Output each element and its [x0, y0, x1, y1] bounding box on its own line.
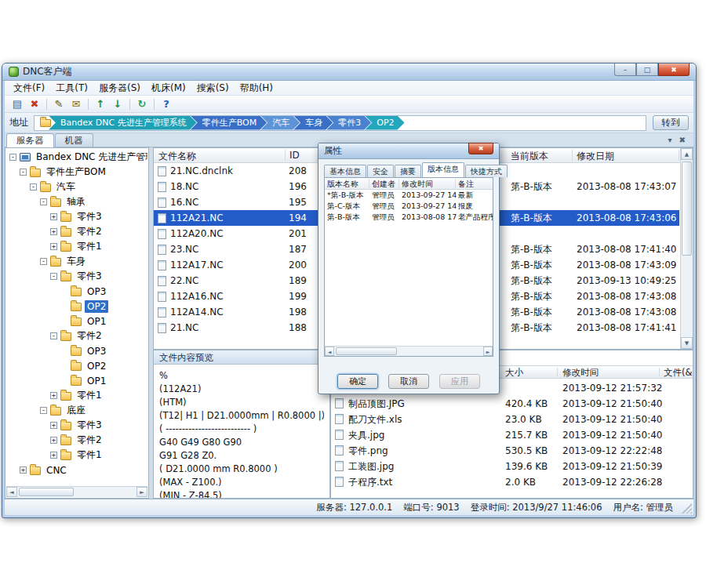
tree-node-label[interactable]: 汽车 — [54, 180, 78, 194]
tree-node[interactable]: 轴承 — [6, 194, 147, 209]
column-header-creator[interactable]: 创建者 — [372, 179, 395, 190]
tree-node[interactable]: 汽车 — [6, 180, 147, 194]
tree-expand-toggle[interactable] — [50, 273, 57, 280]
tree-node[interactable]: 车身 — [6, 254, 147, 269]
delete-icon[interactable]: ✖ — [27, 97, 42, 111]
tree-node-label[interactable]: CNC — [44, 464, 69, 477]
tree-node-label[interactable]: 零件1 — [75, 239, 104, 254]
tree-node-label[interactable]: 零件生产BOM — [44, 165, 108, 180]
scroll-left-icon[interactable]: ◄ — [325, 347, 334, 356]
column-header-size[interactable]: 大小 — [505, 367, 523, 379]
edit-icon[interactable]: ✎ — [51, 97, 67, 111]
dialog-tab-basic-info[interactable]: 基本信息 — [324, 165, 366, 177]
tab-servers[interactable]: 服务器 — [6, 133, 54, 147]
tree-expand-toggle[interactable] — [40, 258, 47, 265]
download-icon[interactable]: ↓ — [110, 97, 126, 111]
tree-node[interactable]: OP1 — [6, 314, 147, 328]
new-file-icon[interactable]: ▤ — [9, 97, 25, 111]
tree-node[interactable]: 零件2 — [6, 433, 147, 448]
upload-icon[interactable]: ↑ — [93, 97, 108, 111]
go-button[interactable]: 转到 — [653, 115, 689, 130]
tree-node[interactable]: 底座 — [6, 403, 147, 418]
menu-item[interactable]: 搜索(S) — [191, 81, 235, 96]
scroll-down-icon[interactable]: ▼ — [681, 337, 693, 349]
resize-grip[interactable] — [682, 503, 692, 514]
breadcrumb-item[interactable]: Bandex DNC 先进生产管理系统 — [49, 116, 197, 130]
tree-node[interactable]: 零件2 — [6, 328, 147, 343]
dialog-horizontal-scrollbar[interactable]: ◄ ► — [325, 346, 493, 356]
scrollbar-thumb[interactable] — [336, 347, 397, 355]
dialog-close-button[interactable]: ✖ — [468, 143, 493, 154]
attachment-row[interactable]: 零件.png 530.5 KB 2013-09-12 22:22:48 — [331, 443, 693, 459]
menu-item[interactable]: 机床(M) — [146, 81, 191, 96]
tree-node-label[interactable]: 零件1 — [75, 448, 104, 463]
version-row[interactable]: 第-C-版本 管理员 2013-09-27 14:... 报废 — [325, 201, 493, 212]
tree-node-label[interactable]: 零件3 — [75, 269, 104, 284]
cancel-button[interactable]: 取消 — [388, 374, 429, 389]
scroll-right-icon[interactable]: ► — [136, 487, 147, 497]
tree-node[interactable]: 零件3 — [6, 269, 147, 284]
tab-dropdown-icon[interactable]: ▾ — [668, 136, 672, 144]
send-icon[interactable]: ✉ — [68, 97, 84, 111]
tree-node[interactable]: 零件1 — [6, 448, 147, 463]
help-icon[interactable]: ? — [158, 97, 174, 111]
column-header-id[interactable]: ID — [289, 150, 300, 161]
attachment-row[interactable]: 配刀文件.xls 23.0 KB 2013-09-12 21:50:40 — [331, 412, 693, 427]
dialog-tab-summary[interactable]: 摘要 — [395, 165, 421, 177]
tree-node-label[interactable]: 零件1 — [75, 388, 104, 403]
tree-node[interactable]: OP3 — [6, 343, 147, 358]
dialog-tab-version-info[interactable]: 版本信息 — [422, 162, 464, 177]
refresh-icon[interactable]: ↻ — [134, 97, 150, 111]
tree-node[interactable]: 零件3 — [6, 209, 147, 224]
tree-node-label[interactable]: 车身 — [64, 254, 88, 269]
column-header-modified-time[interactable]: 修改时间 — [402, 179, 433, 190]
tree-node[interactable]: OP1 — [6, 373, 147, 388]
tree-node-label[interactable]: OP3 — [85, 345, 108, 358]
tree-expand-toggle[interactable] — [20, 169, 27, 176]
tree-node[interactable]: 零件1 — [6, 239, 147, 254]
breadcrumb-item[interactable]: 零件生产BOM — [191, 116, 267, 130]
tree-node-label[interactable]: 零件2 — [75, 433, 104, 448]
tree-node-label[interactable]: OP2 — [85, 300, 108, 313]
tree-expand-toggle[interactable] — [40, 198, 47, 205]
tree-node-label[interactable]: OP3 — [85, 285, 108, 298]
close-button[interactable]: ✖ — [658, 64, 690, 76]
scrollbar-thumb[interactable] — [682, 162, 692, 256]
dialog-title-bar[interactable]: 属性 ✖ — [318, 143, 499, 159]
column-header-modified[interactable]: 修改时间 — [562, 367, 599, 379]
tree-expand-toggle[interactable] — [50, 228, 57, 235]
tree-expand-toggle[interactable] — [9, 154, 16, 161]
column-header-version-name[interactable]: 版本名称 — [327, 179, 358, 190]
attachment-row[interactable]: 制品顶图.JPG 420.4 KB 2013-09-12 21:50:40 — [331, 396, 693, 412]
tree-node-label[interactable]: 零件3 — [75, 418, 104, 433]
file-list-scrollbar[interactable]: ▲ ▼ — [680, 148, 693, 349]
tab-machines[interactable]: 机器 — [55, 133, 93, 147]
tree-node-label[interactable]: 零件3 — [75, 209, 104, 224]
dialog-tab-shortcut[interactable]: 快捷方式 — [465, 165, 508, 177]
tree-node[interactable]: OP3 — [6, 284, 147, 299]
ok-button[interactable]: 确定 — [337, 374, 378, 389]
dialog-tab-security[interactable]: 安全 — [367, 165, 394, 177]
attachment-row[interactable]: 夹具.jpg 215.7 KB 2013-09-12 21:50:40 — [331, 427, 693, 443]
column-header-file[interactable]: 文件(& — [664, 367, 692, 379]
tree-node[interactable]: OP2 — [6, 358, 147, 373]
column-header-date[interactable]: 修改日期 — [577, 150, 614, 163]
tree-node-label[interactable]: OP2 — [85, 360, 108, 372]
column-header-name[interactable]: 文件名称 — [158, 150, 196, 163]
tree-expand-toggle[interactable] — [40, 407, 47, 414]
minimize-button[interactable]: – — [614, 64, 636, 76]
tree-node[interactable]: 零件1 — [6, 388, 147, 403]
tree-expand-toggle[interactable] — [50, 243, 57, 250]
column-header-note[interactable]: 备注 — [458, 179, 474, 190]
breadcrumb-item[interactable]: 零件3 — [326, 116, 371, 130]
tree-node-label[interactable]: Bandex DNC 先进生产管理系统 — [34, 150, 147, 165]
tree-node[interactable]: OP2 — [6, 299, 147, 314]
tree-node[interactable]: 零件2 — [6, 224, 147, 239]
tree-node-label[interactable]: OP1 — [85, 315, 108, 328]
tree-horizontal-scrollbar[interactable]: ◄ ► — [6, 486, 147, 497]
tree-node-label[interactable]: 零件2 — [75, 224, 104, 239]
tree-expand-toggle[interactable] — [50, 392, 57, 399]
tree-node-label[interactable]: OP1 — [85, 375, 108, 387]
menu-item[interactable]: 文件(F) — [8, 81, 50, 96]
tree-expand-toggle[interactable] — [50, 452, 57, 459]
